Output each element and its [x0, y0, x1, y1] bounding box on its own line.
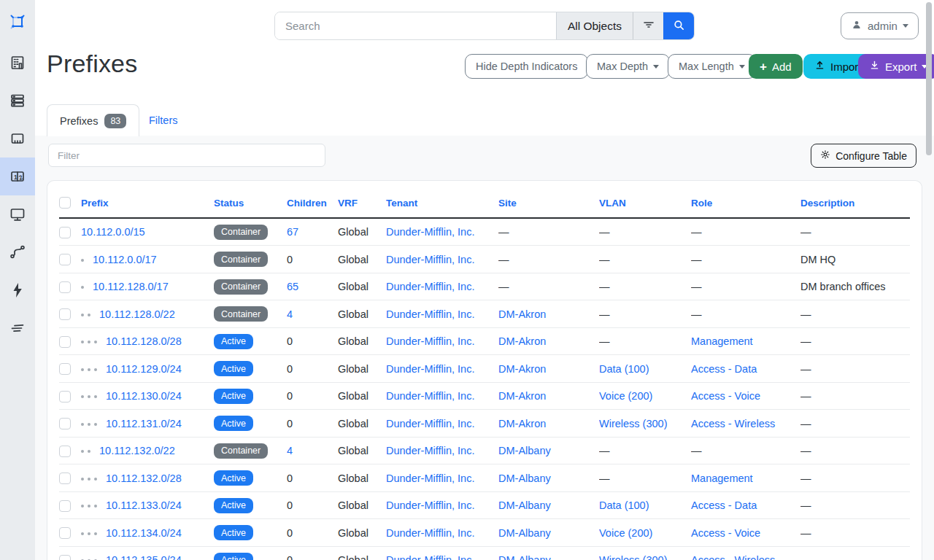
hide-depth-indicators-button[interactable]: Hide Depth Indicators	[465, 54, 588, 79]
tenant-link[interactable]: Dunder-Mifflin, Inc.	[386, 418, 474, 429]
site-link[interactable]: DM-Albany	[498, 472, 551, 484]
sidebar-item-power[interactable]	[0, 271, 35, 309]
netbox-logo[interactable]	[0, 0, 35, 44]
vlan-link[interactable]: Voice (200)	[599, 390, 652, 402]
tenant-link[interactable]: Dunder-Mifflin, Inc.	[386, 226, 474, 238]
column-header-tenant[interactable]: Tenant	[386, 191, 498, 218]
row-checkbox[interactable]	[59, 446, 71, 457]
tenant-link[interactable]: Dunder-Mifflin, Inc.	[386, 472, 474, 484]
row-checkbox[interactable]	[59, 418, 71, 429]
role-link[interactable]: Access - Wireless	[691, 418, 775, 429]
page-scrollbar-thumb[interactable]	[926, 2, 932, 155]
role-link[interactable]: Management	[691, 472, 753, 484]
vlan-link[interactable]: Voice (200)	[599, 527, 652, 539]
column-header-site[interactable]: Site	[498, 191, 599, 218]
sidebar-item-virtualization[interactable]	[0, 195, 35, 233]
site-link[interactable]: DM-Albany	[498, 445, 551, 456]
row-checkbox[interactable]	[59, 281, 71, 293]
column-header-prefix[interactable]: Prefix	[81, 191, 214, 218]
tab-filters[interactable]: Filters	[139, 104, 188, 136]
children-count-link[interactable]: 4	[287, 308, 293, 320]
tenant-link[interactable]: Dunder-Mifflin, Inc.	[386, 335, 474, 347]
vlan-link[interactable]: Wireless (300)	[599, 418, 667, 429]
add-button[interactable]: + Add	[749, 54, 803, 79]
children-count-link[interactable]: 67	[287, 226, 298, 238]
site-link[interactable]: DM-Akron	[498, 335, 546, 347]
prefix-link[interactable]: 10.112.131.0/24	[106, 418, 182, 429]
row-checkbox[interactable]	[59, 336, 71, 348]
tenant-link[interactable]: Dunder-Mifflin, Inc.	[386, 445, 474, 456]
row-checkbox[interactable]	[59, 527, 71, 539]
column-header-status[interactable]: Status	[214, 191, 287, 218]
tenant-link[interactable]: Dunder-Mifflin, Inc.	[386, 554, 474, 560]
column-header-children[interactable]: Children	[287, 191, 338, 218]
configure-table-button[interactable]: Configure Table	[811, 144, 916, 168]
sidebar-item-connections[interactable]	[0, 120, 35, 158]
row-checkbox[interactable]	[59, 227, 71, 238]
row-checkbox[interactable]	[59, 555, 71, 560]
prefix-link[interactable]: 10.112.132.0/22	[99, 445, 175, 456]
sidebar-item-circuits[interactable]	[0, 233, 35, 271]
column-header-vrf[interactable]: VRF	[338, 191, 386, 218]
sidebar-item-ipam[interactable]: 12	[0, 158, 35, 195]
table-filter-input[interactable]	[48, 144, 325, 167]
max-depth-dropdown[interactable]: Max Depth	[586, 54, 670, 79]
prefix-link[interactable]: 10.112.130.0/24	[106, 390, 182, 402]
prefix-link[interactable]: 10.112.0.0/15	[81, 226, 145, 238]
tab-prefixes[interactable]: Prefixes 83	[47, 104, 139, 136]
vlan-link[interactable]: Data (100)	[599, 363, 649, 375]
children-count-link[interactable]: 65	[287, 281, 298, 292]
site-link[interactable]: DM-Akron	[498, 308, 546, 320]
sidebar-item-other[interactable]	[0, 309, 35, 347]
site-link[interactable]: DM-Akron	[498, 363, 546, 375]
sidebar-item-devices[interactable]	[0, 82, 35, 120]
tenant-link[interactable]: Dunder-Mifflin, Inc.	[386, 308, 474, 320]
tenant-link[interactable]: Dunder-Mifflin, Inc.	[386, 281, 474, 292]
row-checkbox[interactable]	[59, 254, 71, 265]
vlan-link[interactable]: Data (100)	[599, 499, 649, 511]
select-all-checkbox[interactable]	[59, 197, 71, 209]
site-link[interactable]: DM-Albany	[498, 554, 551, 560]
row-checkbox[interactable]	[59, 308, 71, 320]
tenant-link[interactable]: Dunder-Mifflin, Inc.	[386, 499, 474, 511]
children-count-link[interactable]: 4	[287, 445, 293, 456]
tenant-link[interactable]: Dunder-Mifflin, Inc.	[386, 390, 474, 402]
role-link[interactable]: Management	[691, 335, 753, 347]
column-header-role[interactable]: Role	[691, 191, 800, 218]
prefix-link[interactable]: 10.112.128.0/22	[99, 308, 175, 320]
user-menu-button[interactable]: admin	[841, 12, 919, 39]
sidebar-item-organization[interactable]	[0, 44, 35, 82]
column-header-description[interactable]: Description	[800, 191, 910, 218]
column-header-vlan[interactable]: VLAN	[599, 191, 691, 218]
search-submit-button[interactable]	[663, 12, 694, 39]
prefix-link[interactable]: 10.112.128.0/17	[93, 281, 169, 292]
role-link[interactable]: Access - Data	[691, 499, 757, 511]
role-link[interactable]: Access - Wireless	[691, 554, 775, 560]
prefix-link[interactable]: 10.112.0.0/17	[93, 254, 157, 265]
site-link[interactable]: DM-Albany	[498, 527, 551, 539]
search-input[interactable]	[275, 12, 556, 39]
prefix-link[interactable]: 10.112.129.0/24	[106, 363, 182, 375]
vlan-link[interactable]: Wireless (300)	[599, 554, 667, 560]
search-filter-button[interactable]	[633, 12, 663, 39]
prefix-link[interactable]: 10.112.134.0/24	[106, 527, 182, 539]
role-link[interactable]: Access - Voice	[691, 390, 760, 402]
row-checkbox[interactable]	[59, 500, 71, 512]
prefix-link[interactable]: 10.112.128.0/28	[106, 335, 182, 347]
row-checkbox[interactable]	[59, 472, 71, 484]
tenant-link[interactable]: Dunder-Mifflin, Inc.	[386, 527, 474, 539]
row-checkbox[interactable]	[59, 391, 71, 402]
prefix-link[interactable]: 10.112.133.0/24	[106, 499, 182, 511]
export-button[interactable]: Export	[858, 54, 934, 79]
search-scope-dropdown[interactable]: All Objects	[556, 12, 633, 39]
max-length-dropdown[interactable]: Max Length	[668, 54, 756, 79]
role-link[interactable]: Access - Voice	[691, 527, 760, 539]
row-checkbox[interactable]	[59, 363, 71, 375]
tenant-link[interactable]: Dunder-Mifflin, Inc.	[386, 254, 474, 265]
site-link[interactable]: DM-Albany	[498, 499, 551, 511]
prefix-link[interactable]: 10.112.135.0/24	[106, 554, 182, 560]
site-link[interactable]: DM-Akron	[498, 390, 546, 402]
role-link[interactable]: Access - Data	[691, 363, 757, 375]
site-link[interactable]: DM-Akron	[498, 418, 546, 429]
prefix-link[interactable]: 10.112.132.0/28	[106, 472, 182, 484]
